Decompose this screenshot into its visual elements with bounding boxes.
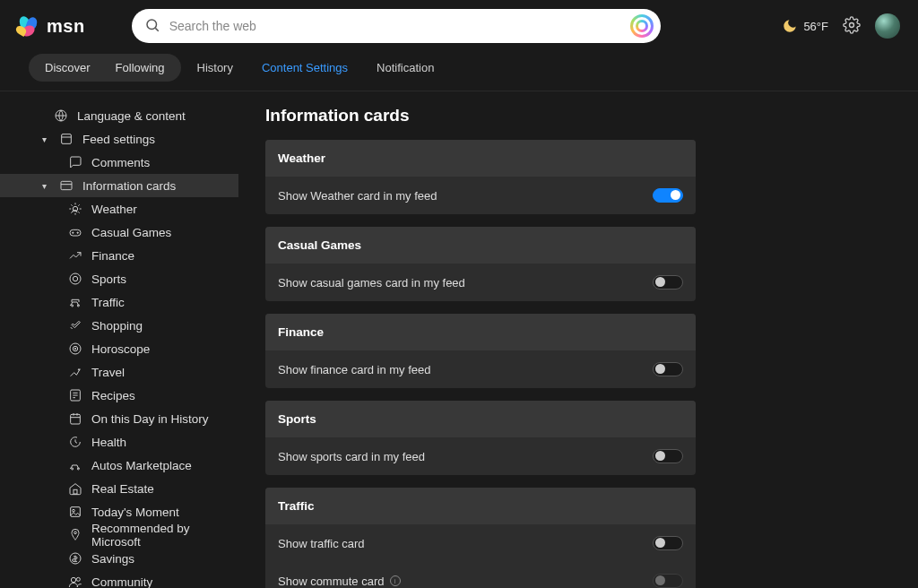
card-header: Finance <box>265 314 696 350</box>
sidebar-item-weather[interactable]: Weather <box>0 197 238 220</box>
svg-rect-4 <box>62 134 72 144</box>
svg-rect-6 <box>61 181 72 189</box>
setting-label: Show Weather card in my feed <box>278 189 437 203</box>
tab-history[interactable]: History <box>185 56 246 80</box>
page-title: Information cards <box>265 106 891 125</box>
setting-row: Show finance card in my feed <box>265 350 696 388</box>
cards-icon <box>59 178 74 193</box>
travel-icon <box>68 365 82 379</box>
sports-icon <box>68 272 82 286</box>
svg-point-26 <box>78 369 79 370</box>
toggle[interactable] <box>653 275 683 290</box>
games-icon <box>68 225 82 239</box>
sidebar-feed-settings[interactable]: ▾ Feed settings <box>0 127 238 151</box>
settings-icon[interactable] <box>843 16 861 37</box>
sidebar-item-label: Weather <box>91 203 137 216</box>
tabs-bar: Discover Following History Content Setti… <box>0 50 918 91</box>
sidebar-item-community[interactable]: Community <box>0 570 238 588</box>
toggle[interactable] <box>653 536 683 550</box>
community-icon <box>68 575 82 588</box>
svg-point-20 <box>70 273 81 284</box>
sidebar-item-label: On this Day in History <box>91 412 209 426</box>
svg-point-35 <box>72 468 74 470</box>
svg-line-13 <box>71 204 72 205</box>
setting-label: Show sports card in my feed <box>278 450 425 463</box>
toggle[interactable] <box>653 362 683 376</box>
header-right: 56°F <box>782 13 900 39</box>
body: Language & content ▾ Feed settings Comme… <box>0 91 918 588</box>
sidebar-item-today-s-moment[interactable]: Today's Moment <box>0 500 238 523</box>
sidebar-item-finance[interactable]: Finance <box>0 244 238 267</box>
sidebar-item-label: Real Estate <box>91 482 154 496</box>
search-bar[interactable] <box>132 9 661 43</box>
svg-rect-37 <box>74 489 77 494</box>
tab-notification[interactable]: Notification <box>364 56 446 80</box>
weather-icon <box>68 202 82 216</box>
sidebar-item-label: Information cards <box>82 179 176 193</box>
sidebar-item-recommended-by-microsoft[interactable]: Recommended by Microsoft <box>0 523 238 547</box>
sidebar-item-label: Today's Moment <box>91 506 179 519</box>
sidebar-item-casual-games[interactable]: Casual Games <box>0 220 238 244</box>
toggle <box>653 574 683 588</box>
sidebar-item-label: Autos Marketplace <box>91 459 192 472</box>
sidebar-item-savings[interactable]: Savings <box>0 547 238 570</box>
copilot-icon[interactable] <box>630 14 654 38</box>
avatar[interactable] <box>875 13 900 39</box>
tab-content-settings[interactable]: Content Settings <box>249 56 360 80</box>
toggle[interactable] <box>653 188 683 203</box>
globe-icon <box>54 108 68 123</box>
sidebar-item-traffic[interactable]: Traffic <box>0 290 238 314</box>
tab-discover[interactable]: Discover <box>32 58 103 77</box>
sidebar-item-label: Recommended by Microsoft <box>91 522 228 549</box>
sidebar-item-real-estate[interactable]: Real Estate <box>0 477 238 500</box>
search-input[interactable] <box>169 19 621 33</box>
card-finance: FinanceShow finance card in my feed <box>265 314 696 388</box>
sidebar-information-cards[interactable]: ▾ Information cards <box>0 174 238 197</box>
svg-point-36 <box>77 468 79 470</box>
card-casual-games: Casual GamesShow casual games card in my… <box>265 227 696 301</box>
sidebar-item-label: Community <box>91 575 152 589</box>
sidebar-item-horoscope[interactable]: Horoscope <box>0 337 238 360</box>
sidebar-item-sports[interactable]: Sports <box>0 267 238 290</box>
tab-group-main: Discover Following <box>29 54 181 82</box>
toggle[interactable] <box>653 449 683 463</box>
sidebar-item-on-this-day-in-history[interactable]: On this Day in History <box>0 407 238 430</box>
sidebar-item-health[interactable]: Health <box>0 430 238 454</box>
sidebar-language-content[interactable]: Language & content <box>0 104 238 127</box>
health-icon <box>68 435 82 449</box>
sidebar-item-label: Sports <box>91 272 126 286</box>
logo[interactable]: msn <box>18 14 85 38</box>
svg-point-21 <box>72 305 74 307</box>
weather-widget[interactable]: 56°F <box>782 18 828 34</box>
finance-icon <box>68 248 82 263</box>
svg-point-39 <box>73 509 75 512</box>
sidebar-item-recipes[interactable]: Recipes <box>0 384 238 407</box>
sidebar-item-autos-marketplace[interactable]: Autos Marketplace <box>0 454 238 477</box>
calendar-icon <box>68 411 82 426</box>
sidebar-item-label: Health <box>91 436 126 449</box>
home-icon <box>68 481 82 496</box>
info-icon[interactable]: i <box>390 575 401 586</box>
chevron-down-icon: ▾ <box>39 181 48 191</box>
svg-rect-17 <box>70 229 81 236</box>
setting-label: Show commute card <box>278 575 385 588</box>
tab-following[interactable]: Following <box>103 58 178 77</box>
recipes-icon <box>68 388 82 402</box>
sidebar-comments[interactable]: Comments <box>0 151 238 174</box>
svg-point-25 <box>74 348 75 349</box>
setting-row: Show commute cardi <box>265 562 696 588</box>
moment-icon <box>68 505 82 519</box>
setting-row: Show sports card in my feed <box>265 437 696 475</box>
card-header: Weather <box>265 140 696 177</box>
svg-rect-38 <box>71 507 81 517</box>
sidebar-item-label: Horoscope <box>91 342 150 356</box>
sidebar-item-shopping[interactable]: Shopping <box>0 314 238 337</box>
card-header: Casual Games <box>265 227 696 264</box>
sidebar-item-label: Feed settings <box>82 133 155 146</box>
svg-line-1 <box>155 28 158 30</box>
sidebar-item-label: Recipes <box>91 389 135 402</box>
traffic-icon <box>68 295 82 309</box>
svg-point-2 <box>850 22 854 27</box>
weather-temp: 56°F <box>803 20 828 33</box>
sidebar-item-travel[interactable]: Travel <box>0 360 238 384</box>
